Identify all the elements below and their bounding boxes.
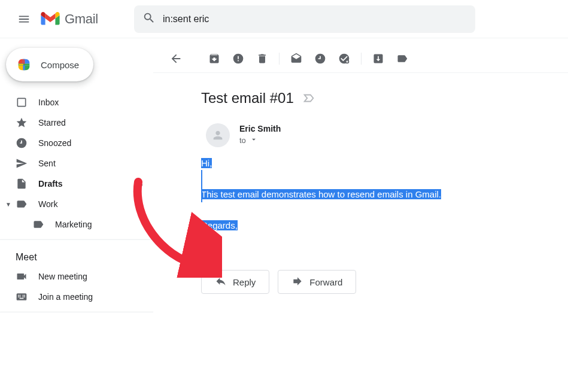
- email-subject-row: Test email #01: [201, 90, 568, 107]
- chevron-down-icon[interactable]: [250, 135, 258, 145]
- sidebar-item-work[interactable]: ▼ Work: [0, 194, 153, 214]
- toolbar-separator: [361, 53, 362, 65]
- sidebar-divider: [0, 239, 153, 240]
- sidebar-item-new-meeting[interactable]: New meeting: [0, 266, 153, 287]
- svg-rect-5: [23, 59, 25, 63]
- main-menu-button[interactable]: [10, 5, 38, 34]
- expand-icon: ▼: [5, 201, 12, 208]
- svg-rect-6: [19, 64, 23, 65]
- sidebar-item-label: Drafts: [38, 179, 62, 189]
- sidebar-item-sent[interactable]: Sent: [0, 153, 153, 174]
- reply-button[interactable]: Reply: [201, 270, 269, 294]
- sidebar-item-drafts[interactable]: Drafts 5: [0, 174, 153, 194]
- clock-icon: [16, 137, 28, 149]
- forward-label: Forward: [309, 277, 342, 287]
- keyboard-icon: [16, 291, 28, 303]
- move-to-button[interactable]: [366, 47, 390, 71]
- toolbar: [153, 44, 568, 73]
- sidebar-item-label: Marketing: [55, 220, 92, 229]
- toolbar-separator: [279, 53, 280, 65]
- important-marker-icon[interactable]: [302, 92, 315, 105]
- app-name: Gmail: [65, 11, 98, 27]
- label-icon: [32, 218, 44, 230]
- search-bar[interactable]: [134, 5, 475, 33]
- spam-button[interactable]: [226, 47, 250, 71]
- search-input[interactable]: [163, 14, 467, 25]
- delete-button[interactable]: [250, 47, 274, 71]
- sidebar-item-snoozed[interactable]: Snoozed: [0, 133, 153, 153]
- to-line[interactable]: to: [239, 135, 568, 145]
- forward-icon: [291, 275, 303, 289]
- search-icon[interactable]: [142, 11, 156, 27]
- email-subject: Test email #01: [201, 90, 294, 107]
- body-line-4: E.: [201, 235, 209, 245]
- drafts-icon: [16, 178, 28, 190]
- sidebar-item-starred[interactable]: Starred: [0, 113, 153, 133]
- meet-heading: Meet: [0, 245, 153, 266]
- back-button[interactable]: [164, 47, 188, 71]
- sidebar-item-join-meeting[interactable]: Join a meeting: [0, 287, 153, 307]
- email-pane: Test email #01 Eric Smith to: [153, 38, 568, 392]
- plus-icon: [16, 56, 32, 73]
- sidebar-item-inbox[interactable]: Inbox: [0, 92, 153, 113]
- gmail-logo[interactable]: Gmail: [41, 11, 98, 27]
- email-body[interactable]: Hi, This test email demonstrates how to …: [201, 156, 568, 248]
- body-line-2: This test email demonstrates how to rese…: [201, 189, 441, 199]
- compose-label: Compose: [41, 60, 79, 70]
- sender-name: Eric Smith: [239, 124, 281, 133]
- mark-unread-button[interactable]: [284, 47, 308, 71]
- sidebar: Compose Inbox Starred Snoozed: [0, 38, 153, 392]
- sidebar-item-label: Snoozed: [38, 138, 71, 148]
- video-icon: [16, 271, 28, 282]
- labels-button[interactable]: [390, 47, 414, 71]
- drafts-count: 5: [138, 180, 142, 189]
- sidebar-item-label: Inbox: [38, 98, 59, 107]
- sidebar-item-label: Starred: [38, 118, 66, 127]
- body-line-1: Hi,: [201, 158, 212, 168]
- sender-avatar[interactable]: [206, 123, 230, 147]
- sidebar-item-label: Sent: [38, 159, 56, 168]
- compose-button[interactable]: Compose: [6, 48, 93, 81]
- body-line-3: Regards,: [201, 220, 238, 230]
- reply-icon: [215, 275, 227, 289]
- label-icon: [16, 198, 28, 210]
- sidebar-item-marketing[interactable]: Marketing: [0, 214, 153, 235]
- add-task-button[interactable]: [332, 47, 356, 71]
- archive-button[interactable]: [202, 47, 226, 71]
- reply-label: Reply: [233, 277, 256, 287]
- text-cursor: [201, 170, 202, 202]
- sidebar-item-label: New meeting: [38, 272, 87, 281]
- sidebar-item-label: Work: [38, 199, 57, 209]
- star-icon: [16, 117, 28, 129]
- inbox-icon: [16, 96, 28, 108]
- send-icon: [16, 157, 28, 169]
- sidebar-item-label: Join a meeting: [38, 292, 93, 302]
- to-prefix: to: [239, 136, 246, 145]
- sidebar-divider-bottom: [0, 312, 153, 312]
- forward-button[interactable]: Forward: [278, 270, 356, 294]
- snooze-button[interactable]: [308, 47, 332, 71]
